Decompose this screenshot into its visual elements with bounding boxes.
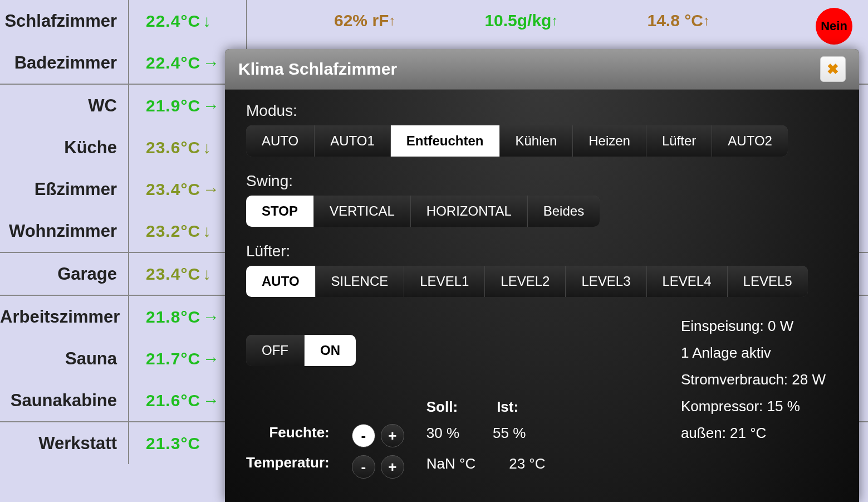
- power-group: OFFON: [246, 335, 356, 366]
- power-option[interactable]: ON: [305, 335, 356, 366]
- stat-kompressor: Kompressor: 15 %: [681, 393, 826, 420]
- temperature-label: Temperatur:: [246, 454, 330, 471]
- status-badge[interactable]: Nein: [816, 8, 852, 45]
- abs-humidity-value: 10.5g/kg↑: [484, 11, 558, 30]
- ist-header: Ist:: [497, 398, 518, 416]
- modus-group: AUTOAUTO1EntfeuchtenKühlenHeizenLüfterAU…: [246, 125, 788, 157]
- modus-option[interactable]: Entfeuchten: [391, 125, 500, 157]
- humidity-minus-button[interactable]: -: [352, 424, 375, 447]
- swing-option[interactable]: Beides: [528, 196, 600, 227]
- modus-option[interactable]: Lüfter: [646, 125, 712, 157]
- modal-title: Klima Schlafzimmer: [238, 60, 397, 79]
- fan-option[interactable]: LEVEL5: [728, 266, 808, 297]
- temperature-minus-button[interactable]: -: [352, 455, 375, 479]
- stat-anlagen: 1 Anlage aktiv: [681, 339, 826, 366]
- swing-option[interactable]: VERTICAL: [314, 196, 411, 227]
- humidity-ist: 55 %: [493, 425, 526, 442]
- swing-label: Swing:: [246, 172, 838, 190]
- modus-option[interactable]: Heizen: [573, 125, 646, 157]
- fan-option[interactable]: SILENCE: [316, 266, 405, 297]
- fan-option[interactable]: LEVEL1: [404, 266, 485, 297]
- fan-option[interactable]: LEVEL4: [647, 266, 728, 297]
- swing-group: STOPVERTICALHORIZONTALBeides: [246, 196, 600, 227]
- room-name: Arbeitszimmer: [0, 307, 128, 327]
- close-button[interactable]: ✖: [820, 56, 846, 82]
- modus-option[interactable]: Kühlen: [500, 125, 573, 157]
- room-name: WC: [0, 96, 128, 116]
- room-name: Garage: [0, 264, 128, 284]
- room-name: Wohnzimmer: [0, 221, 128, 241]
- temperature-ist: 23 °C: [509, 455, 545, 472]
- modus-option[interactable]: AUTO2: [712, 125, 788, 157]
- fan-option[interactable]: LEVEL2: [485, 266, 566, 297]
- room-name: Schlafzimmer: [0, 11, 128, 31]
- soll-header: Soll:: [426, 398, 458, 416]
- dewpoint-value: 14.8 °C↑: [647, 11, 709, 30]
- top-row-metrics: 62% rF↑ 10.5g/kg↑ 14.8 °C↑: [334, 11, 710, 30]
- swing-option[interactable]: STOP: [246, 196, 314, 227]
- humidity-soll: 30 %: [426, 425, 459, 442]
- room-name: Sauna: [0, 349, 128, 369]
- fan-option[interactable]: AUTO: [246, 266, 316, 297]
- swing-option[interactable]: HORIZONTAL: [411, 196, 528, 227]
- climate-modal: Klima Schlafzimmer ✖ Modus: AUTOAUTO1Ent…: [225, 49, 859, 502]
- room-name: Eßzimmer: [0, 179, 128, 199]
- room-name: Werkstatt: [0, 433, 128, 454]
- modus-option[interactable]: AUTO1: [315, 125, 391, 157]
- humidity-label: Feuchte:: [246, 424, 330, 454]
- modal-header: Klima Schlafzimmer ✖: [225, 49, 859, 90]
- humidity-value: 62% rF↑: [334, 11, 395, 30]
- power-option[interactable]: OFF: [246, 335, 305, 366]
- modus-option[interactable]: AUTO: [246, 125, 315, 157]
- fan-group: AUTOSILENCELEVEL1LEVEL2LEVEL3LEVEL4LEVEL…: [246, 266, 808, 297]
- room-name: Küche: [0, 138, 128, 158]
- modus-label: Modus:: [246, 102, 838, 120]
- room-name: Badezimmer: [0, 53, 128, 73]
- stat-einspeisung: Einspeisung: 0 W: [681, 313, 826, 339]
- temperature-soll: NaN °C: [426, 455, 475, 472]
- humidity-plus-button[interactable]: +: [381, 424, 404, 447]
- stat-aussen: außen: 21 °C: [681, 420, 826, 446]
- stats-block: Einspeisung: 0 W 1 Anlage aktiv Stromver…: [681, 313, 826, 446]
- temperature-plus-button[interactable]: +: [381, 455, 404, 479]
- close-icon: ✖: [827, 61, 839, 78]
- stat-strom: Stromverbrauch: 28 W: [681, 366, 826, 393]
- fan-label: Lüfter:: [246, 242, 838, 260]
- room-name: Saunakabine: [0, 391, 128, 411]
- room-temp: 22.4°C↓: [129, 12, 246, 31]
- fan-option[interactable]: LEVEL3: [566, 266, 646, 297]
